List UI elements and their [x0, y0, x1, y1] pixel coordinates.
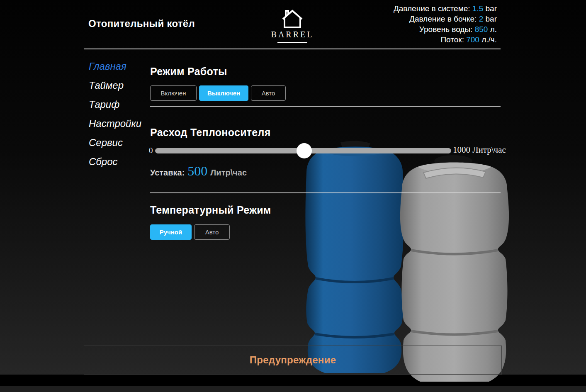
blue-tank-image	[305, 140, 404, 376]
warning-title: Предупреждение	[250, 354, 336, 366]
flow-slider-min-label: 0	[149, 146, 153, 155]
stat-water-level: Уровень воды: 850 л.	[394, 24, 497, 34]
section-title-mode: Режим Работы	[150, 66, 227, 78]
sidebar-item-settings[interactable]: Настройки	[89, 118, 147, 137]
logo-underline	[277, 42, 307, 43]
setpoint-unit: Литр\час	[210, 168, 247, 178]
house-icon	[279, 8, 306, 29]
stat-value: 2	[479, 15, 484, 23]
temp-auto-button[interactable]: Авто	[194, 224, 230, 240]
status-readouts: Давление в системе: 1.5 bar Давление в б…	[394, 3, 497, 45]
sidebar-item-main[interactable]: Главная	[89, 61, 147, 80]
page-title: Отопительный котёл	[88, 18, 195, 29]
sidebar-item-service[interactable]: Сервис	[89, 137, 147, 156]
stat-flow: Поток: 700 л./ч.	[394, 34, 497, 45]
mode-button-group: Включен Выключен Авто	[150, 85, 288, 101]
flow-setpoint: Уставка: 500 Литр\час	[150, 163, 247, 179]
stat-system-pressure: Давление в системе: 1.5 bar	[394, 3, 497, 14]
section-divider	[150, 106, 501, 107]
mode-on-button[interactable]: Включен	[150, 85, 197, 101]
stat-value: 1.5	[472, 4, 483, 13]
stat-value: 850	[475, 25, 488, 34]
setpoint-value: 500	[187, 163, 207, 179]
temperature-button-group: Ручной Авто	[150, 224, 232, 240]
temp-manual-button[interactable]: Ручной	[150, 224, 192, 240]
section-divider	[150, 192, 501, 193]
stat-barrel-pressure: Давление в бочке: 2 bar	[394, 14, 497, 24]
header-divider	[84, 49, 501, 49]
sidebar-item-timer[interactable]: Таймер	[89, 80, 147, 99]
section-title-flow: Расход Теплоносителя	[150, 127, 271, 139]
section-title-temperature: Температурный Режим	[150, 204, 271, 216]
brand-name: BARREL	[270, 30, 315, 39]
mode-auto-button[interactable]: Авто	[251, 85, 286, 101]
sidebar-item-reset[interactable]: Сброс	[89, 156, 147, 175]
stat-value: 700	[466, 35, 479, 44]
sidebar-nav: Главная Таймер Тариф Настройки Сервис Сб…	[89, 61, 147, 175]
mode-off-button[interactable]: Выключен	[199, 85, 248, 101]
flow-slider-thumb[interactable]	[297, 143, 312, 158]
setpoint-label: Уставка:	[150, 168, 185, 178]
footer-strip	[0, 386, 586, 392]
brand-logo: BARREL	[270, 8, 315, 43]
flow-slider-max-label: 1000 Литр\час	[453, 145, 506, 155]
warning-panel: Предупреждение	[84, 346, 502, 375]
sidebar-item-tariff[interactable]: Тариф	[89, 99, 147, 118]
